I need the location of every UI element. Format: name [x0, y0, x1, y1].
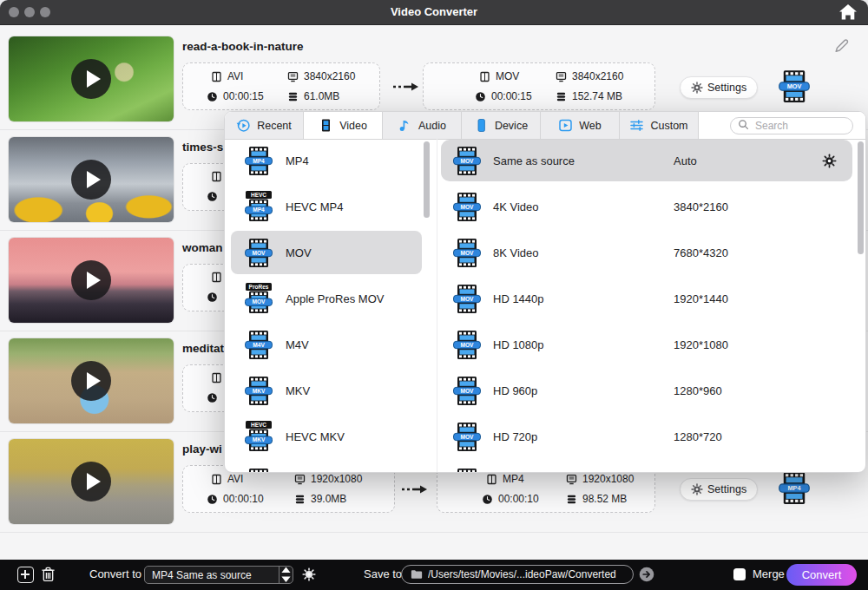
convert-settings-gear-icon[interactable]	[302, 567, 316, 581]
format-label: Apple ProRes MOV	[286, 292, 384, 305]
format-item-mp4[interactable]: MP4MP4	[231, 139, 422, 182]
play-button[interactable]	[71, 59, 111, 99]
resolution-icon	[566, 474, 577, 485]
preset-list-scrollbar[interactable]	[858, 141, 864, 254]
preset-item-4k-video[interactable]: MOV4K Video3840*2160	[441, 186, 852, 227]
target-duration: 00:00:15	[491, 90, 532, 102]
rename-pencil-icon[interactable]	[832, 36, 851, 55]
preset-resolution: Auto	[674, 154, 697, 167]
duration-icon	[207, 392, 218, 403]
duration-icon	[207, 292, 218, 303]
svg-text:MKV: MKV	[253, 388, 266, 394]
preset-item-same-as-source[interactable]: MOVSame as sourceAuto	[441, 140, 852, 181]
merge-checkbox[interactable]	[733, 568, 746, 580]
preset-item-hd-720p[interactable]: MOVHD 720p1280*720	[441, 416, 852, 457]
preset-label: HD 1080p	[493, 338, 544, 351]
format-label: M4V	[286, 338, 309, 351]
tab-device[interactable]: Device	[462, 112, 541, 139]
target-format: MOV	[496, 70, 519, 82]
video-title: read-a-book-in-nature	[182, 40, 304, 53]
settings-button[interactable]: Settings	[680, 76, 758, 99]
settings-button[interactable]: Settings	[680, 478, 758, 501]
format-label: MOV	[286, 246, 312, 259]
preset-label: HD 720p	[493, 430, 537, 443]
preset-resolution: 1920*1440	[674, 292, 728, 305]
svg-text:MP4: MP4	[787, 484, 801, 492]
preset-file-icon: MOV	[451, 237, 483, 268]
target-resolution: 3840x2160	[572, 70, 623, 82]
format-file-icon: M4V	[243, 329, 274, 360]
format-file-icon: MKV	[243, 375, 274, 406]
duration-icon	[207, 494, 218, 505]
svg-text:MOV: MOV	[460, 434, 474, 440]
target-size: 152.74 MB	[572, 90, 622, 102]
svg-text:MOV: MOV	[460, 204, 474, 210]
play-button[interactable]	[71, 160, 111, 200]
tab-video[interactable]: Video	[304, 112, 383, 139]
preset-item-hd-1080p[interactable]: MOVHD 1080p1920*1080	[441, 324, 852, 365]
video-thumbnail-backyard-dog[interactable]	[9, 439, 174, 524]
play-button[interactable]	[71, 462, 111, 502]
preset-item-hd-1440p[interactable]: MOVHD 1440p1920*1440	[441, 278, 852, 319]
save-path-field[interactable]: /Users/test/Movies/...ideoPaw/Converted	[401, 565, 634, 584]
preset-resolution: 1280*720	[674, 430, 722, 443]
tab-custom[interactable]: Custom	[620, 112, 699, 139]
file-format-icon	[486, 474, 497, 485]
preset-item-hd-960p[interactable]: MOVHD 960p1280*960	[441, 370, 852, 411]
format-item-partial[interactable]	[231, 461, 422, 473]
target-info-box[interactable]: MOV 3840x2160 00:00:15 152.74 MB	[423, 62, 655, 110]
resolution-icon	[287, 71, 299, 82]
video-thumbnail-beach-meditation[interactable]	[9, 338, 174, 423]
delete-file-button[interactable]	[41, 566, 56, 583]
source-size: 61.0MB	[304, 90, 339, 102]
video-thumbnail-sunset-meditation[interactable]	[9, 238, 174, 323]
file-format-icon	[211, 272, 222, 283]
play-button[interactable]	[71, 361, 111, 401]
file-format-icon	[211, 71, 222, 82]
format-file-icon: MOV	[243, 237, 274, 268]
convert-to-dropdown[interactable]: MP4 Same as source	[144, 566, 293, 584]
source-info-box: AVI 3840x2160 00:00:15 61.0MB	[182, 62, 380, 110]
search-icon	[738, 118, 749, 134]
output-format-icon[interactable]: MP4	[777, 470, 812, 505]
source-duration: 00:00:10	[223, 493, 264, 505]
format-item-mkv[interactable]: MKVMKV	[231, 369, 422, 412]
duration-icon	[207, 91, 218, 102]
format-item-apple-prores-mov[interactable]: ProResMOVApple ProRes MOV	[231, 277, 422, 320]
target-resolution: 1920x1080	[582, 473, 634, 485]
convert-to-label: Convert to	[89, 567, 141, 580]
svg-text:ProRes: ProRes	[249, 284, 269, 290]
svg-text:MP4: MP4	[253, 158, 265, 164]
format-item-hevc-mkv[interactable]: HEVCMKVHEVC MKV	[231, 415, 422, 458]
format-item-m4v[interactable]: M4VM4V	[231, 323, 422, 366]
tab-recent[interactable]: Recent	[225, 112, 304, 139]
video-title: woman	[182, 241, 223, 254]
format-file-icon: HEVCMKV	[243, 421, 274, 452]
format-file-icon	[243, 467, 274, 473]
source-resolution: 3840x2160	[304, 70, 355, 82]
format-item-hevc-mp4[interactable]: HEVCMP4HEVC MP4	[231, 185, 422, 228]
custom-icon	[629, 118, 644, 133]
preset-item-partial[interactable]: MOV	[441, 462, 852, 473]
open-folder-arrow-icon[interactable]	[639, 567, 654, 582]
format-item-mov[interactable]: MOVMOV	[231, 231, 422, 274]
tab-audio[interactable]: Audio	[383, 112, 462, 139]
svg-text:HEVC: HEVC	[251, 422, 266, 428]
video-thumbnail-times-square[interactable]	[9, 137, 174, 222]
preset-gear-icon[interactable]	[822, 154, 837, 168]
output-format-icon[interactable]: MOV	[777, 69, 812, 103]
search-box[interactable]	[730, 117, 853, 134]
recent-icon	[236, 118, 251, 133]
filesize-icon	[556, 91, 567, 102]
source-resolution: 1920x1080	[311, 473, 362, 485]
search-input[interactable]	[753, 119, 845, 133]
tab-web[interactable]: Web	[541, 112, 620, 139]
home-icon[interactable]	[838, 3, 858, 21]
video-thumbnail-park-reading[interactable]	[9, 36, 174, 121]
convert-button[interactable]: Convert	[786, 564, 857, 586]
format-list-scrollbar[interactable]	[424, 141, 430, 218]
preset-item-8k-video[interactable]: MOV8K Video7680*4320	[441, 232, 852, 273]
svg-text:MOV: MOV	[252, 298, 266, 305]
play-button[interactable]	[71, 260, 111, 300]
add-file-button[interactable]	[17, 567, 34, 583]
